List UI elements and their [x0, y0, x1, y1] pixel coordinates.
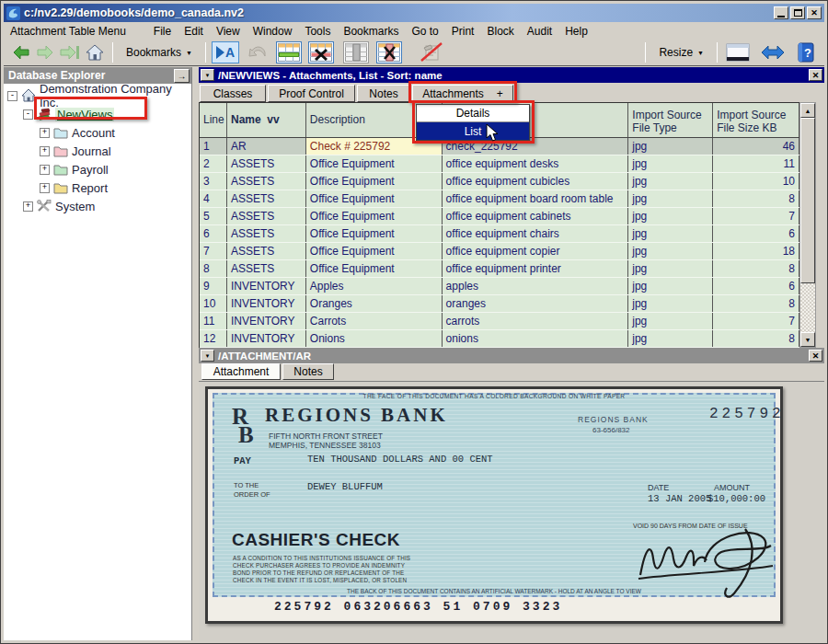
table-row[interactable]: 8 ASSETS Office Equipment office equipme… [200, 260, 799, 278]
table-scrollbar[interactable]: ▲ ▼ [799, 102, 816, 348]
minimize-button[interactable] [774, 6, 788, 19]
table-row[interactable]: 3 ASSETS Office Equipment office equipme… [200, 173, 799, 190]
menu-item-file[interactable]: File [147, 23, 178, 40]
tree-item-company[interactable]: - Demonstration Company Inc. [4, 86, 191, 105]
insert-column-button[interactable] [343, 41, 369, 63]
menu-item-bookmarks[interactable]: Bookmarks [337, 23, 405, 40]
menu-item-window[interactable]: Window [247, 23, 299, 40]
tree-item-label[interactable]: Demonstration Company Inc. [40, 82, 191, 109]
tree-item-label[interactable]: NewViews [55, 108, 114, 121]
tab-attachments[interactable]: Attachments + [412, 85, 513, 102]
panel-menu-button[interactable]: ▼ [201, 69, 214, 81]
check-monogram-b: B [238, 422, 254, 448]
expand-box-icon[interactable]: + [40, 183, 50, 193]
table-row[interactable]: 11 INVENTORY Carrots carrots jpg 7 [200, 313, 799, 330]
column-header-name[interactable]: Name vv [227, 103, 306, 137]
cell-import-source-name: office equipment cabinets [443, 208, 629, 224]
forward-button[interactable] [33, 41, 57, 63]
column-header-line[interactable]: Line [200, 103, 227, 137]
expand-box-icon[interactable]: + [23, 201, 33, 212]
tree-item-payroll[interactable]: + Payroll [4, 160, 191, 178]
table-row[interactable]: 10 INVENTORY Oranges oranges jpg 8 [200, 295, 799, 313]
menu-item-audit[interactable]: Audit [521, 23, 558, 40]
help-button[interactable]: ? [793, 41, 819, 63]
tab-notes-bottom[interactable]: Notes [282, 363, 334, 380]
tab-attachment[interactable]: Attachment [201, 363, 281, 380]
forward-end-button[interactable] [57, 41, 83, 63]
menu-item-view[interactable]: View [210, 23, 247, 40]
delete-row-button[interactable] [308, 41, 334, 63]
menu-item-print[interactable]: Print [445, 23, 481, 40]
menu-item-edit[interactable]: Edit [178, 23, 210, 40]
expand-box-icon[interactable]: + [40, 128, 50, 138]
cell-file-type: jpg [628, 243, 713, 259]
tree-item-label[interactable]: Account [72, 126, 115, 140]
close-icon: ✕ [811, 8, 818, 17]
cell-file-type: jpg [628, 295, 713, 312]
close-button[interactable]: ✕ [807, 6, 822, 19]
table-row[interactable]: 9 INVENTORY Apples apples jpg 6 [200, 278, 799, 295]
collapse-box-icon[interactable]: - [23, 109, 33, 120]
goto-account-button[interactable]: A [212, 41, 239, 63]
delete-column-icon [378, 43, 400, 62]
insert-row-button[interactable] [276, 41, 302, 63]
tree-item-label[interactable]: Payroll [72, 163, 109, 177]
undo-button[interactable] [245, 41, 270, 63]
menu-option-details[interactable]: Details [417, 105, 529, 122]
home-button[interactable] [83, 41, 107, 63]
edit-disabled-button[interactable] [417, 41, 446, 63]
collapse-box-icon[interactable]: - [7, 91, 17, 101]
maximize-button[interactable] [790, 6, 805, 19]
expand-box-icon[interactable]: + [40, 165, 50, 175]
attachments-tab-menu: Details List [416, 104, 530, 141]
tab-proof-control[interactable]: Proof Control [268, 85, 355, 102]
cell-import-source-name: oranges [443, 295, 629, 312]
explorer-collapse-button[interactable]: → [174, 69, 190, 83]
scroll-up-button[interactable]: ▲ [800, 103, 815, 118]
insert-column-icon [345, 43, 367, 62]
menu-item-goto[interactable]: Go to [405, 23, 444, 40]
table-row[interactable]: 2 ASSETS Office Equipment office equipme… [200, 155, 799, 173]
main-panel-close-button[interactable]: ✕ [809, 69, 822, 81]
tree-item-label[interactable]: Report [72, 181, 108, 195]
resize-dropdown-button[interactable]: Resize ▼ [651, 41, 711, 63]
menu-item-tools[interactable]: Tools [298, 23, 337, 40]
tab-classes[interactable]: Classes [200, 85, 266, 102]
cell-import-source-name: office equipment printer [443, 260, 629, 277]
menu-item-help[interactable]: Help [558, 23, 594, 40]
window-view-button[interactable] [723, 41, 753, 63]
cell-file-size: 6 [713, 278, 799, 294]
scroll-down-button[interactable]: ▼ [800, 332, 815, 347]
column-header-import-source-file-size[interactable]: Import SourceFile Size KB [713, 103, 799, 137]
table-row[interactable]: 12 INVENTORY Onions onions jpg 8 [200, 330, 799, 348]
table-row[interactable]: 4 ASSETS Office Equipment office equipme… [200, 190, 799, 208]
attachment-panel-close-button[interactable]: ✕ [809, 350, 822, 362]
back-button[interactable] [9, 41, 33, 63]
check-bottom-strip: THE BACK OF THIS DOCUMENT CONTAINS AN AR… [226, 588, 762, 594]
fit-width-button[interactable] [758, 41, 788, 63]
menu-option-list[interactable]: List [417, 122, 529, 140]
delete-column-button[interactable] [376, 41, 402, 63]
menu-item-attachment-table-menu[interactable]: Attachment Table Menu [4, 23, 132, 40]
cell-line: 3 [200, 173, 227, 190]
menu-item-block[interactable]: Block [480, 23, 520, 40]
tree-item-label[interactable]: Journal [72, 144, 111, 158]
table-row[interactable]: 6 ASSETS Office Equipment office equipme… [200, 225, 799, 243]
resize-label: Resize [659, 46, 693, 59]
check-address-line2: MEMPHIS, TENNESSEE 38103 [269, 441, 381, 450]
scrollbar-thumb[interactable] [800, 118, 815, 283]
cell-name: ASSETS [227, 190, 306, 207]
tree-item-journal[interactable]: + Journal [4, 142, 191, 160]
tree-item-system[interactable]: + System [4, 197, 191, 215]
tree-item-account[interactable]: + Account [4, 123, 191, 142]
tab-notes[interactable]: Notes [357, 85, 410, 102]
tree-item-report[interactable]: + Report [4, 178, 191, 197]
table-row[interactable]: 7 ASSETS Office Equipment office equipme… [200, 243, 799, 260]
panel-menu-button[interactable]: ▼ [201, 350, 214, 362]
column-header-import-source-file-type[interactable]: Import SourceFile Type [628, 103, 713, 137]
tree-item-label[interactable]: System [55, 200, 95, 213]
bookmarks-dropdown-button[interactable]: Bookmarks ▼ [119, 41, 200, 63]
table-row[interactable]: 5 ASSETS Office Equipment office equipme… [200, 208, 799, 225]
cell-description: Office Equipment [306, 190, 443, 207]
expand-box-icon[interactable]: + [40, 146, 50, 156]
